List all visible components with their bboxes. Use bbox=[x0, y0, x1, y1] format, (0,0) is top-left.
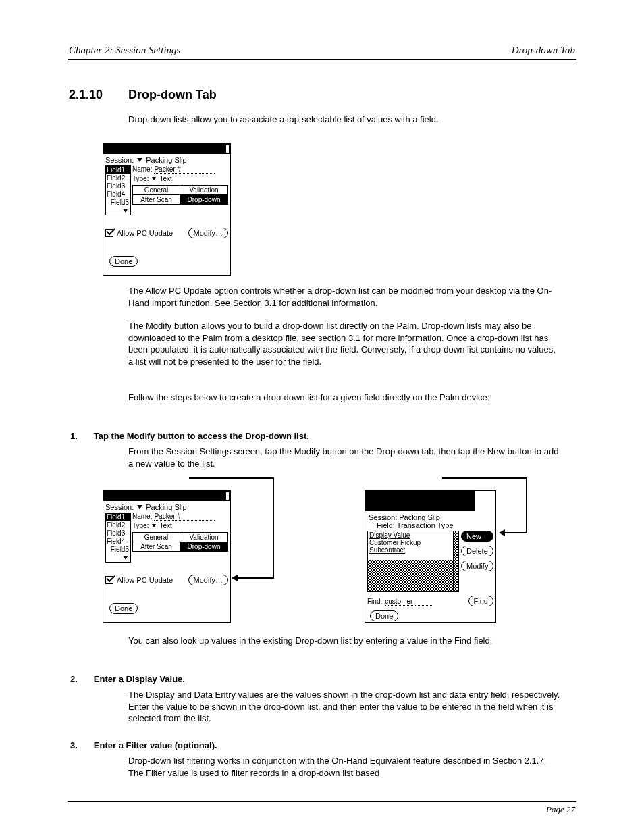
step-3-number: 3. bbox=[70, 740, 78, 750]
field-item-5[interactable]: Field5 bbox=[106, 199, 130, 215]
type-dropdown-icon[interactable] bbox=[152, 177, 156, 180]
step-3: 3. Enter a Filter value (optional). bbox=[70, 740, 217, 750]
modify-button[interactable]: Modify… bbox=[188, 575, 228, 585]
allow-pc-update-label: Allow PC Update bbox=[117, 229, 173, 237]
allow-pc-update-checkbox[interactable] bbox=[105, 576, 113, 584]
palm-screenshot-1: Session: Packing Slip Field1 Field2 Fiel… bbox=[103, 143, 231, 276]
delete-button[interactable]: Delete bbox=[461, 546, 493, 556]
step-2: 2. Enter a Display Value. bbox=[70, 674, 185, 684]
step-3-title: Enter a Filter value (optional). bbox=[94, 740, 217, 750]
field-item-4[interactable]: Field4 bbox=[106, 538, 130, 546]
tab-dropdown[interactable]: Drop-down bbox=[180, 195, 227, 204]
section-title: Drop-down Tab bbox=[128, 88, 217, 102]
footer-page: Page 27 bbox=[546, 804, 575, 815]
list-empty-area bbox=[368, 560, 453, 591]
intro-paragraph: Drop-down lists allow you to associate a… bbox=[128, 113, 560, 126]
name-label: Name: bbox=[132, 165, 152, 173]
palm-screenshot-3: Session: Packing Slip Field: Transaction… bbox=[365, 490, 496, 623]
session-label: Session: bbox=[105, 503, 134, 511]
list-scrollbar[interactable] bbox=[453, 531, 458, 591]
done-button[interactable]: Done bbox=[370, 610, 398, 621]
list-header: Display Value bbox=[368, 531, 458, 539]
step-2-title: Enter a Display Value. bbox=[94, 674, 185, 684]
callout-arrow-1 bbox=[189, 477, 274, 479]
type-value[interactable]: Text bbox=[159, 522, 171, 529]
scroll-down-icon[interactable] bbox=[124, 209, 128, 213]
find-label: Find: bbox=[367, 598, 382, 605]
tab-general[interactable]: General bbox=[133, 186, 180, 195]
callout-arrow-2 bbox=[505, 532, 527, 533]
session-value[interactable]: Packing Slip bbox=[146, 503, 187, 511]
tab-validation[interactable]: Validation bbox=[180, 533, 227, 542]
callout-arrow-1 bbox=[273, 477, 274, 579]
new-button[interactable]: New bbox=[461, 531, 493, 542]
palm-screenshot-2: Session: Packing Slip Field1 Field2 Fiel… bbox=[103, 490, 231, 623]
palm-titlebar bbox=[365, 491, 495, 511]
p3-field: Field: Transaction Type bbox=[377, 521, 493, 529]
done-button[interactable]: Done bbox=[109, 603, 138, 614]
tab-afterscan[interactable]: After Scan bbox=[133, 195, 180, 204]
step-1-sub: From the Session Settings screen, tap th… bbox=[128, 446, 560, 469]
name-label: Name: bbox=[132, 513, 152, 520]
dropdown-value-list[interactable]: Display Value Customer Pickup Subcontrac… bbox=[367, 531, 459, 592]
tab-grid: General Validation After Scan Drop-down bbox=[132, 532, 228, 552]
tab-general[interactable]: General bbox=[133, 533, 180, 542]
find-button[interactable]: Find bbox=[468, 596, 493, 606]
step-2-number: 2. bbox=[70, 674, 78, 684]
callout-arrow-1 bbox=[238, 577, 274, 579]
step-3-sub: Drop-down list filtering works in conjun… bbox=[128, 755, 560, 779]
type-value[interactable]: Text bbox=[159, 175, 171, 182]
callout-arrow-2-head bbox=[499, 529, 505, 536]
tab-validation[interactable]: Validation bbox=[180, 186, 227, 195]
field-item-1[interactable]: Field1 bbox=[106, 513, 130, 521]
callout-arrow-1-head bbox=[232, 575, 238, 581]
step-1: 1. Tap the Modify button to access the D… bbox=[70, 431, 309, 441]
session-value[interactable]: Packing Slip bbox=[146, 156, 187, 164]
allow-pc-update-label: Allow PC Update bbox=[117, 576, 173, 584]
palm-titlebar bbox=[103, 144, 230, 154]
session-dropdown-icon[interactable] bbox=[137, 158, 142, 162]
paragraph-find-note: You can also look up values in the exist… bbox=[128, 635, 560, 647]
paragraph-allow-pc: The Allow PC Update option controls whet… bbox=[128, 285, 560, 309]
session-dropdown-icon[interactable] bbox=[137, 505, 142, 509]
palm-titlebar bbox=[103, 491, 230, 501]
modify-button[interactable]: Modify… bbox=[188, 228, 228, 238]
field-item-3[interactable]: Field3 bbox=[106, 529, 130, 538]
type-label: Type: bbox=[132, 175, 149, 182]
done-button[interactable]: Done bbox=[109, 256, 138, 267]
p3-session: Session: Packing Slip bbox=[369, 513, 493, 521]
name-input[interactable]: Packer # bbox=[154, 513, 215, 521]
field-item-2[interactable]: Field2 bbox=[106, 174, 130, 182]
modify-button[interactable]: Modify bbox=[461, 561, 493, 571]
field-item-3[interactable]: Field3 bbox=[106, 182, 130, 190]
type-label: Type: bbox=[132, 522, 149, 529]
field-list[interactable]: Field1 Field2 Field3 Field4 Field5 bbox=[105, 513, 131, 563]
step-2-sub: The Display and Data Entry values are th… bbox=[128, 689, 560, 725]
scroll-down-icon[interactable] bbox=[124, 556, 128, 560]
callout-arrow-2 bbox=[442, 477, 527, 479]
header-topic: Drop-down Tab bbox=[512, 45, 575, 56]
field-item-4[interactable]: Field4 bbox=[106, 190, 130, 199]
field-item-1[interactable]: Field1 bbox=[106, 166, 130, 174]
list-row-1[interactable]: Customer Pickup bbox=[368, 539, 458, 546]
header-rule bbox=[68, 59, 576, 60]
section-number: 2.1.10 bbox=[69, 88, 103, 102]
step-1-title: Tap the Modify button to access the Drop… bbox=[94, 431, 309, 441]
footer-rule bbox=[68, 801, 576, 802]
tab-grid: General Validation After Scan Drop-down bbox=[132, 185, 228, 205]
tab-afterscan[interactable]: After Scan bbox=[133, 542, 180, 551]
paragraph-modify: The Modify button allows you to build a … bbox=[128, 320, 560, 367]
name-input[interactable]: Packer # bbox=[154, 165, 215, 174]
type-dropdown-icon[interactable] bbox=[152, 524, 156, 527]
list-row-2[interactable]: Subcontract bbox=[368, 546, 458, 554]
header-chapter: Chapter 2: Session Settings bbox=[69, 45, 180, 56]
field-item-5[interactable]: Field5 bbox=[106, 546, 130, 562]
find-input[interactable]: customer bbox=[385, 598, 432, 606]
field-list[interactable]: Field1 Field2 Field3 Field4 Field5 bbox=[105, 165, 131, 215]
tab-dropdown[interactable]: Drop-down bbox=[180, 542, 227, 551]
step-1-number: 1. bbox=[70, 431, 78, 441]
field-item-2[interactable]: Field2 bbox=[106, 521, 130, 529]
session-label: Session: bbox=[105, 156, 134, 164]
allow-pc-update-checkbox[interactable] bbox=[105, 229, 113, 237]
callout-arrow-2 bbox=[526, 477, 527, 533]
